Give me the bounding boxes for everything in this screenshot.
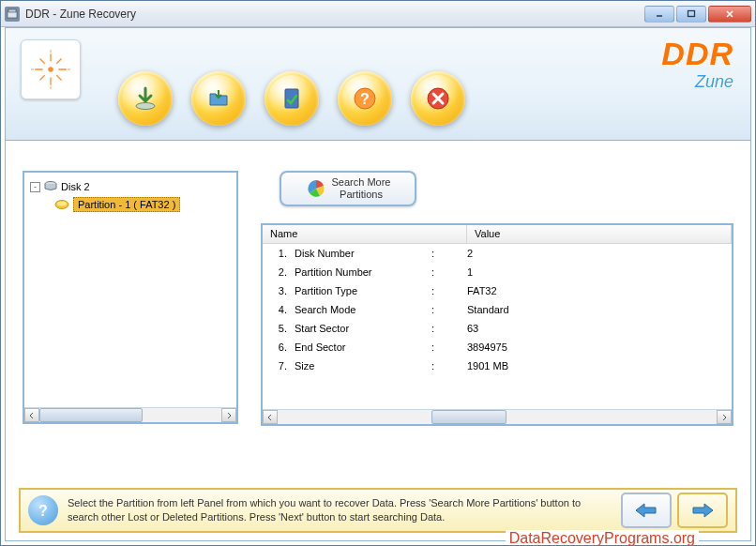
toolbar-help-button[interactable]: ? [338, 71, 392, 126]
toolbar-book-button[interactable] [265, 71, 319, 126]
brand-main: DDR [661, 36, 733, 72]
right-panel: Search More Partitions Name Value 1.Disk… [261, 171, 733, 473]
tree-expander[interactable]: - [30, 182, 40, 192]
scroll-right-button[interactable] [221, 408, 236, 422]
app-icon [5, 7, 20, 22]
scroll-left-button[interactable] [24, 408, 39, 422]
svg-point-12 [57, 202, 67, 206]
tree-disk-row[interactable]: - Disk 2 [30, 178, 231, 195]
cancel-x-icon [424, 84, 452, 113]
watermark: DataRecoveryPrograms.org [506, 530, 699, 546]
search-button-text: Search More Partitions [332, 176, 391, 201]
close-button[interactable] [708, 6, 751, 23]
svg-point-5 [136, 102, 155, 109]
back-button[interactable] [621, 493, 672, 528]
svg-rect-3 [688, 10, 695, 16]
scroll-right-button[interactable] [717, 410, 732, 424]
search-partitions-button[interactable]: Search More Partitions [280, 171, 416, 206]
table-body: 1.Disk Number:2 2.Partition Number:1 3.P… [263, 244, 732, 409]
footer-bar: ? Select the Partition from left Panel f… [19, 488, 737, 533]
tree-scrollbar[interactable] [24, 407, 236, 422]
logo-box [21, 39, 81, 99]
tree-body[interactable]: - Disk 2 Partition - 1 ( FAT32 ) [24, 173, 236, 407]
table-row[interactable]: 7.Size:1901 MB [263, 356, 732, 375]
book-check-icon [278, 84, 306, 113]
brand: DDR Zune [661, 36, 733, 92]
toolbar-cancel-button[interactable] [411, 71, 465, 126]
next-button[interactable] [677, 493, 728, 528]
app-window: DDR - Zune Recovery [0, 0, 756, 546]
next-arrow-icon [689, 501, 716, 520]
question-icon: ? [351, 84, 379, 113]
toolbar: ? [118, 71, 465, 126]
brand-sub: Zune [661, 72, 733, 92]
scroll-thumb[interactable] [431, 410, 507, 424]
folder-arrow-icon [204, 84, 233, 113]
header-value[interactable]: Value [467, 225, 732, 243]
toolbar-folder-button[interactable] [191, 71, 246, 126]
minimize-button[interactable] [644, 6, 674, 23]
back-arrow-icon [633, 501, 659, 520]
tree-panel: - Disk 2 Partition - 1 ( FAT32 ) [23, 171, 238, 424]
table-row[interactable]: 4.Search Mode:Standard [263, 300, 732, 319]
titlebar[interactable]: DDR - Zune Recovery [1, 1, 755, 27]
info-table: Name Value 1.Disk Number:2 2.Partition N… [261, 223, 733, 426]
svg-rect-6 [285, 89, 298, 108]
table-row[interactable]: 2.Partition Number:1 [263, 263, 732, 281]
scroll-left-button[interactable] [263, 410, 278, 424]
table-header: Name Value [263, 225, 732, 244]
svg-rect-1 [8, 9, 16, 12]
tree-partition-label: Partition - 1 ( FAT32 ) [73, 197, 180, 212]
starburst-icon [31, 50, 70, 89]
disk-icon [44, 180, 57, 193]
svg-text:?: ? [38, 503, 48, 519]
table-row[interactable]: 6.End Sector:3894975 [263, 338, 732, 356]
download-arrow-icon [131, 84, 159, 113]
partition-icon [54, 199, 69, 210]
scroll-track[interactable] [278, 410, 717, 424]
table-row[interactable]: 3.Partition Type:FAT32 [263, 281, 732, 300]
pie-chart-icon [306, 178, 326, 199]
toolbar-recover-button[interactable] [118, 71, 173, 126]
tree-disk-label: Disk 2 [61, 181, 90, 192]
table-scrollbar[interactable] [263, 409, 732, 424]
svg-text:?: ? [360, 91, 370, 107]
scroll-thumb[interactable] [39, 408, 143, 422]
content-frame: ? DDR Zune - Disk 2 [5, 27, 751, 541]
table-row[interactable]: 5.Start Sector:63 [263, 319, 732, 338]
footer-text: Select the Partition from left Panel fro… [68, 496, 612, 524]
header-name[interactable]: Name [263, 225, 467, 243]
table-row[interactable]: 1.Disk Number:2 [263, 244, 732, 263]
window-controls [644, 6, 751, 23]
scroll-track[interactable] [39, 408, 221, 422]
header-band: ? DDR Zune [6, 28, 750, 141]
main-area: - Disk 2 Partition - 1 ( FAT32 ) [6, 143, 750, 482]
window-title: DDR - Zune Recovery [25, 8, 644, 21]
svg-point-4 [49, 68, 53, 71]
tree-partition-row[interactable]: Partition - 1 ( FAT32 ) [54, 197, 231, 212]
maximize-button[interactable] [676, 6, 706, 23]
nav-buttons [621, 493, 728, 528]
info-icon: ? [28, 495, 58, 525]
